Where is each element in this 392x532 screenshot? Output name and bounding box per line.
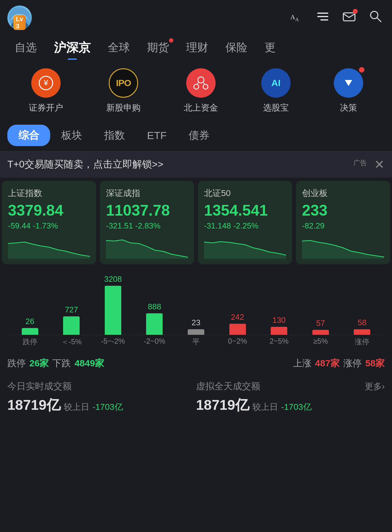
bar-rect-6 <box>271 327 287 335</box>
bar-val-7: 57 <box>316 319 325 328</box>
tab-insurance[interactable]: 保险 <box>217 36 256 59</box>
font-size-icon[interactable]: A A <box>290 9 303 26</box>
index-value-1: 11037.78 <box>106 202 188 219</box>
tab-global[interactable]: 全球 <box>99 36 138 59</box>
stockpicker-label: 选股宝 <box>263 102 289 114</box>
index-name-1: 深证成指 <box>106 187 188 199</box>
bar-val-3: 888 <box>148 302 161 311</box>
index-value-2: 1354.541 <box>204 202 286 219</box>
ad-banner[interactable]: 广告 T+0交易随买随卖，点击立即解锁>> ✕ <box>0 151 392 178</box>
bar-labels-row: 跌停 ＜-5% -5~-2% -2~0% 平 0~2% 2~5% ≥5% 涨停 <box>6 335 386 349</box>
stat-label-diting: 跌停 <box>7 357 26 370</box>
svg-point-15 <box>194 84 199 89</box>
virtual-volume-diff: -1703亿 <box>281 401 312 413</box>
bar-lbl-7: ≥5% <box>300 337 341 347</box>
tab-hushen[interactable]: 沪深京 <box>45 36 99 60</box>
filter-tab-sector[interactable]: 板块 <box>50 125 93 146</box>
ad-close-button[interactable]: ✕ <box>374 157 385 172</box>
svg-point-16 <box>203 84 208 89</box>
stat-label-shang: 上涨 <box>293 357 311 370</box>
svg-line-18 <box>203 82 205 85</box>
ipo-icon: IPO <box>109 68 138 98</box>
stat-val-xia: 4849家 <box>74 357 104 370</box>
index-change-3: -82.29 <box>302 221 384 231</box>
decision-icon <box>334 68 363 98</box>
mini-chart-3 <box>302 234 384 259</box>
bar-rect-0 <box>22 328 38 335</box>
svg-rect-7 <box>317 16 328 17</box>
index-card-chuangye[interactable]: 创业板 233 -82.29 <box>296 181 390 264</box>
bar-col-7: 57 <box>300 319 341 335</box>
tab-futures[interactable]: 期货 <box>138 36 178 59</box>
quick-item-account[interactable]: ¥ 证券开户 <box>29 68 63 114</box>
svg-text:¥: ¥ <box>43 78 48 87</box>
search-icon[interactable] <box>369 9 382 26</box>
filter-tab-bond[interactable]: 债券 <box>178 125 221 146</box>
tab-wealth[interactable]: 理财 <box>178 36 217 59</box>
ad-label: 广告 <box>353 158 367 168</box>
virtual-volume-label: 虚拟全天成交额 <box>196 380 260 393</box>
stat-val-diting: 26家 <box>29 357 49 370</box>
index-card-beizhen[interactable]: 北证50 1354.541 -31.148 -2.25% <box>198 181 292 264</box>
mini-chart-2 <box>204 234 286 259</box>
mail-icon[interactable] <box>342 10 356 25</box>
virtual-volume-main: 18719亿 <box>196 396 249 415</box>
header-icons: A A <box>290 9 382 26</box>
stat-val-shang: 487家 <box>315 357 340 370</box>
today-volume-main: 18719亿 <box>7 396 61 415</box>
menu-icon[interactable] <box>316 10 330 25</box>
bar-val-0: 26 <box>25 317 34 326</box>
quick-item-decision[interactable]: 决策 <box>334 68 363 114</box>
northbound-icon <box>186 68 216 98</box>
stats-left: 跌停 26家 下跌 4849家 <box>7 357 104 370</box>
svg-marker-23 <box>8 242 90 259</box>
header: Lv 3 A A <box>0 0 392 34</box>
mail-notification-dot <box>353 9 358 14</box>
bar-col-1: 727 <box>51 305 92 335</box>
decision-dot <box>359 67 364 73</box>
index-cards: 上证指数 3379.84 -59.44 -1.73% 深证成指 11037.78… <box>0 178 392 264</box>
index-name-0: 上证指数 <box>8 187 90 199</box>
index-change-0: -59.44 -1.73% <box>8 221 90 231</box>
svg-rect-8 <box>320 19 328 21</box>
bar-val-6: 130 <box>272 315 285 325</box>
index-card-shenzhen[interactable]: 深证成指 11037.78 -321.51 -2.83% <box>100 181 194 264</box>
quick-item-ipo[interactable]: IPO 新股申购 <box>106 68 141 114</box>
bar-val-8: 58 <box>358 318 367 327</box>
bar-rect-2 <box>105 286 121 335</box>
stats-row: 跌停 26家 下跌 4849家 上涨 487家 涨停 58家 <box>0 352 392 375</box>
filter-tab-etf[interactable]: ETF <box>136 126 178 145</box>
bar-col-4: 23 <box>175 318 217 335</box>
quick-item-northbound[interactable]: 北上资金 <box>184 68 218 114</box>
bar-col-6: 130 <box>258 315 300 335</box>
tab-zixuan[interactable]: 自选 <box>6 36 45 59</box>
more-link[interactable]: 更多› <box>365 381 385 392</box>
decision-label: 决策 <box>340 102 357 114</box>
index-card-shangzheng[interactable]: 上证指数 3379.84 -59.44 -1.73% <box>2 181 96 264</box>
ipo-label: 新股申购 <box>106 102 141 114</box>
index-value-0: 3379.84 <box>8 202 90 219</box>
today-volume-label: 今日实时成交额 <box>7 380 196 393</box>
quick-item-stockpicker[interactable]: AI 选股宝 <box>261 68 291 114</box>
bar-lbl-4: 平 <box>175 337 217 347</box>
bar-col-3: 888 <box>134 302 175 335</box>
volume-col-today: 今日实时成交额 18719亿 较上日 -1703亿 <box>7 380 196 415</box>
level-badge: Lv 3 <box>13 15 26 30</box>
virtual-volume-compare: 较上日 <box>252 401 278 413</box>
today-volume-compare: 较上日 <box>64 401 89 413</box>
stat-label-xia: 下跌 <box>52 357 71 370</box>
today-volume-data: 18719亿 较上日 -1703亿 <box>7 396 196 415</box>
svg-text:A: A <box>290 13 295 21</box>
bar-rect-5 <box>229 324 246 335</box>
bar-lbl-3: -2~0% <box>134 337 175 347</box>
index-change-1: -321.51 -2.83% <box>106 221 188 231</box>
tab-more[interactable]: 更 <box>256 36 284 59</box>
bar-col-0: 26 <box>9 317 51 335</box>
filter-tabs: 综合 板块 指数 ETF 债券 <box>0 120 392 151</box>
bar-val-2: 3208 <box>104 274 122 284</box>
bar-rect-8 <box>354 329 370 335</box>
filter-tab-composite[interactable]: 综合 <box>7 125 50 146</box>
avatar[interactable]: Lv 3 <box>7 6 32 30</box>
filter-tab-index[interactable]: 指数 <box>93 125 136 146</box>
bar-lbl-2: -5~-2% <box>92 337 134 347</box>
